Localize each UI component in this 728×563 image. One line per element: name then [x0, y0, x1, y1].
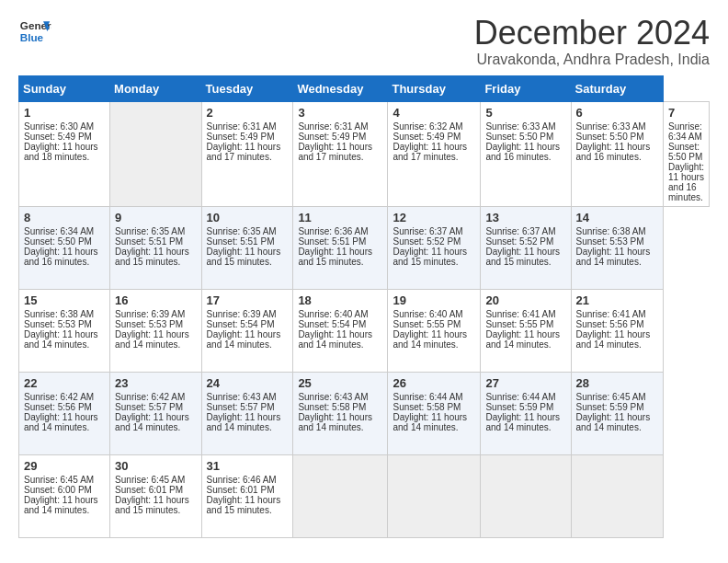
day-header-sunday: Sunday	[19, 75, 110, 101]
day-header-tuesday: Tuesday	[201, 75, 293, 101]
day-header-monday: Monday	[110, 75, 201, 101]
calendar-cell	[293, 454, 388, 537]
calendar-cell	[110, 101, 201, 206]
calendar-cell	[481, 454, 571, 537]
calendar-cell: 29Sunrise: 6:45 AMSunset: 6:00 PMDayligh…	[19, 454, 110, 537]
header-row: SundayMondayTuesdayWednesdayThursdayFrid…	[19, 75, 710, 101]
calendar-cell: 17Sunrise: 6:39 AMSunset: 5:54 PMDayligh…	[201, 289, 293, 372]
week-row: 1Sunrise: 6:30 AMSunset: 5:49 PMDaylight…	[19, 101, 710, 206]
week-row: 8Sunrise: 6:34 AMSunset: 5:50 PMDaylight…	[19, 206, 710, 289]
title-area: December 2024 Uravakonda, Andhra Pradesh…	[474, 15, 710, 68]
week-row: 15Sunrise: 6:38 AMSunset: 5:53 PMDayligh…	[19, 289, 710, 372]
calendar-cell: 23Sunrise: 6:42 AMSunset: 5:57 PMDayligh…	[110, 372, 201, 454]
calendar-cell: 15Sunrise: 6:38 AMSunset: 5:53 PMDayligh…	[19, 289, 110, 372]
calendar-cell: 27Sunrise: 6:44 AMSunset: 5:59 PMDayligh…	[481, 372, 571, 454]
calendar-cell: 7Sunrise: 6:34 AMSunset: 5:50 PMDaylight…	[664, 101, 710, 206]
day-header-thursday: Thursday	[388, 75, 481, 101]
calendar-cell: 4Sunrise: 6:32 AMSunset: 5:49 PMDaylight…	[388, 101, 481, 206]
logo-icon: General Blue	[18, 15, 51, 48]
week-row: 29Sunrise: 6:45 AMSunset: 6:00 PMDayligh…	[19, 454, 710, 537]
calendar-cell: 16Sunrise: 6:39 AMSunset: 5:53 PMDayligh…	[110, 289, 201, 372]
calendar-cell: 6Sunrise: 6:33 AMSunset: 5:50 PMDaylight…	[571, 101, 663, 206]
calendar-cell: 13Sunrise: 6:37 AMSunset: 5:52 PMDayligh…	[481, 206, 571, 289]
calendar-cell: 26Sunrise: 6:44 AMSunset: 5:58 PMDayligh…	[388, 372, 481, 454]
day-header-saturday: Saturday	[571, 75, 663, 101]
header: General Blue December 2024 Uravakonda, A…	[18, 15, 710, 68]
calendar-cell: 21Sunrise: 6:41 AMSunset: 5:56 PMDayligh…	[571, 289, 663, 372]
svg-text:Blue: Blue	[20, 31, 44, 43]
calendar-cell: 2Sunrise: 6:31 AMSunset: 5:49 PMDaylight…	[201, 101, 293, 206]
calendar-cell: 25Sunrise: 6:43 AMSunset: 5:58 PMDayligh…	[293, 372, 388, 454]
calendar-cell: 31Sunrise: 6:46 AMSunset: 6:01 PMDayligh…	[201, 454, 293, 537]
calendar-cell: 12Sunrise: 6:37 AMSunset: 5:52 PMDayligh…	[388, 206, 481, 289]
location-subtitle: Uravakonda, Andhra Pradesh, India	[474, 52, 710, 68]
calendar-cell: 19Sunrise: 6:40 AMSunset: 5:55 PMDayligh…	[388, 289, 481, 372]
month-title: December 2024	[474, 15, 710, 52]
calendar-cell	[388, 454, 481, 537]
calendar-cell: 5Sunrise: 6:33 AMSunset: 5:50 PMDaylight…	[481, 101, 571, 206]
calendar-cell: 18Sunrise: 6:40 AMSunset: 5:54 PMDayligh…	[293, 289, 388, 372]
calendar-cell	[571, 454, 663, 537]
calendar-cell: 28Sunrise: 6:45 AMSunset: 5:59 PMDayligh…	[571, 372, 663, 454]
calendar-table: SundayMondayTuesdayWednesdayThursdayFrid…	[18, 75, 710, 538]
calendar-cell: 30Sunrise: 6:45 AMSunset: 6:01 PMDayligh…	[110, 454, 201, 537]
logo: General Blue	[18, 15, 51, 48]
calendar-cell: 11Sunrise: 6:36 AMSunset: 5:51 PMDayligh…	[293, 206, 388, 289]
day-header-friday: Friday	[481, 75, 571, 101]
calendar-cell: 10Sunrise: 6:35 AMSunset: 5:51 PMDayligh…	[201, 206, 293, 289]
calendar-cell: 14Sunrise: 6:38 AMSunset: 5:53 PMDayligh…	[571, 206, 663, 289]
calendar-cell: 22Sunrise: 6:42 AMSunset: 5:56 PMDayligh…	[19, 372, 110, 454]
day-header-wednesday: Wednesday	[293, 75, 388, 101]
calendar-cell: 8Sunrise: 6:34 AMSunset: 5:50 PMDaylight…	[19, 206, 110, 289]
calendar-cell: 24Sunrise: 6:43 AMSunset: 5:57 PMDayligh…	[201, 372, 293, 454]
calendar-cell: 1Sunrise: 6:30 AMSunset: 5:49 PMDaylight…	[19, 101, 110, 206]
calendar-cell: 3Sunrise: 6:31 AMSunset: 5:49 PMDaylight…	[293, 101, 388, 206]
calendar-cell: 20Sunrise: 6:41 AMSunset: 5:55 PMDayligh…	[481, 289, 571, 372]
calendar-cell: 9Sunrise: 6:35 AMSunset: 5:51 PMDaylight…	[110, 206, 201, 289]
week-row: 22Sunrise: 6:42 AMSunset: 5:56 PMDayligh…	[19, 372, 710, 454]
